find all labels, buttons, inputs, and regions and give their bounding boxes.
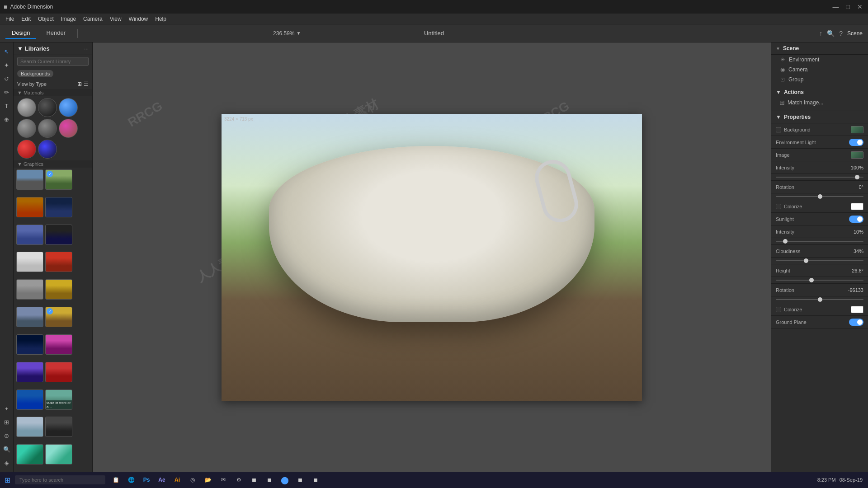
tool-paint[interactable]: ✏ (1, 87, 12, 98)
taskbar-icon-settings[interactable]: ⚙ (232, 473, 245, 487)
list-view-icon[interactable]: ☰ (84, 81, 89, 87)
background-swatch[interactable] (851, 126, 863, 133)
taskbar-icon-app1[interactable]: ◼ (247, 473, 261, 487)
tool-sample[interactable]: ⊕ (1, 114, 12, 125)
taskbar-icon-email[interactable]: ✉ (217, 473, 230, 487)
scene-item-environment[interactable]: ☀ Environment (771, 55, 868, 65)
canvas-inner[interactable]: 3224 × 713 px (222, 114, 642, 401)
properties-header[interactable]: ▼ Properties (771, 111, 868, 123)
material-item[interactable]: ✓ (17, 98, 36, 117)
materials-collapse-icon[interactable]: ▼ (17, 90, 22, 95)
taskbar-icon-ps[interactable]: Ps (140, 473, 153, 487)
taskbar-icon-file[interactable]: 📋 (109, 473, 123, 487)
material-item[interactable] (38, 140, 57, 159)
colorize-2-swatch[interactable] (851, 306, 863, 313)
tool-select[interactable]: ↖ (1, 46, 12, 57)
colorize-1-swatch[interactable] (851, 203, 863, 210)
graphic-item[interactable] (45, 417, 72, 437)
match-image-button[interactable]: ⊞ Match Image... (776, 97, 863, 108)
menu-image[interactable]: Image (57, 14, 80, 24)
taskbar-icon-ae[interactable]: Ae (155, 473, 169, 487)
rotation-1-thumb[interactable] (818, 194, 822, 199)
tab-render[interactable]: Render (40, 28, 72, 39)
height-thumb[interactable] (809, 278, 814, 282)
graphic-item[interactable] (16, 225, 43, 245)
tool-object[interactable]: ⊞ (1, 417, 12, 427)
scene-item-camera[interactable]: ◉ Camera (771, 65, 868, 75)
close-button[interactable]: ✕ (855, 3, 864, 10)
material-item[interactable] (17, 140, 36, 159)
graphic-item[interactable] (45, 334, 72, 355)
graphic-item[interactable] (16, 307, 43, 327)
tool-zoom[interactable]: ⊙ (1, 430, 12, 441)
material-item[interactable] (59, 119, 78, 138)
graphic-item[interactable] (16, 252, 43, 272)
environment-light-toggle[interactable] (849, 139, 863, 146)
windows-start-icon[interactable]: ⊞ (5, 476, 10, 484)
scene-section-header[interactable]: ▼ Scene (771, 42, 868, 55)
graphic-item[interactable] (16, 334, 43, 355)
graphic-item[interactable] (45, 225, 72, 245)
graphic-item[interactable] (45, 197, 72, 217)
tool-search-lib[interactable]: 🔍 (1, 444, 12, 455)
graphic-item[interactable] (16, 362, 43, 382)
window-controls[interactable]: — □ ✕ (831, 3, 864, 10)
libraries-title[interactable]: ▼ Libraries (17, 45, 50, 52)
material-item[interactable] (59, 98, 78, 117)
grid-view-icon[interactable]: ⊞ (77, 81, 82, 87)
material-item[interactable] (38, 98, 57, 117)
graphic-item[interactable]: table in front of a... (45, 389, 72, 410)
colorize-2-checkbox[interactable] (776, 307, 781, 312)
search-input[interactable] (17, 57, 89, 66)
material-item[interactable] (38, 119, 57, 138)
graphic-item[interactable] (45, 279, 72, 300)
actions-header[interactable]: ▼ Actions (776, 87, 863, 97)
tool-magic[interactable]: ✦ (1, 60, 12, 70)
graphic-item[interactable] (16, 389, 43, 410)
taskbar-icon-app3[interactable]: ⬤ (278, 473, 292, 487)
graphic-item[interactable] (16, 279, 43, 300)
taskbar-icon-browser[interactable]: 🌐 (124, 473, 138, 487)
maximize-button[interactable]: □ (844, 3, 852, 10)
scene-item-group[interactable]: ⊡ Group (771, 75, 868, 84)
ground-plane-toggle[interactable] (849, 319, 863, 326)
help-icon[interactable]: ? (839, 30, 843, 37)
tool-text[interactable]: T (1, 100, 12, 111)
graphic-item[interactable] (16, 417, 43, 437)
cloudiness-thumb[interactable] (804, 258, 808, 263)
taskbar-icon-folder[interactable]: 📂 (201, 473, 215, 487)
graphic-item[interactable] (45, 252, 72, 272)
graphic-item[interactable] (16, 444, 43, 465)
minimize-button[interactable]: — (831, 3, 841, 10)
graphic-item[interactable]: ✓ (45, 169, 72, 190)
rotation-2-thumb[interactable] (818, 297, 822, 302)
menu-help[interactable]: Help (151, 14, 170, 24)
share-icon[interactable]: ↑ (819, 30, 822, 37)
menu-camera[interactable]: Camera (80, 14, 106, 24)
graphic-item[interactable] (16, 197, 43, 217)
menu-view[interactable]: View (106, 14, 125, 24)
graphic-item[interactable] (45, 362, 72, 382)
graphic-item[interactable]: ✓ (45, 307, 72, 327)
taskbar-search-input[interactable] (15, 475, 105, 484)
menu-window[interactable]: Window (125, 14, 152, 24)
graphic-item[interactable] (16, 169, 43, 190)
graphics-collapse-icon[interactable]: ▼ (17, 161, 22, 167)
image-swatch[interactable] (851, 151, 863, 159)
taskbar-icon-ai[interactable]: Ai (170, 473, 184, 487)
sunlight-toggle[interactable] (849, 216, 863, 223)
taskbar-icon-chrome[interactable]: ◎ (186, 473, 199, 487)
intensity-1-thumb[interactable] (855, 175, 859, 179)
intensity-2-thumb[interactable] (783, 239, 788, 244)
category-tag[interactable]: Backgrounds (14, 68, 92, 79)
menu-object[interactable]: Object (34, 14, 57, 24)
tool-decal[interactable]: ◈ (1, 457, 12, 468)
tool-orbit[interactable]: ↺ (1, 73, 12, 84)
menu-edit[interactable]: Edit (18, 14, 34, 24)
graphic-item[interactable] (45, 444, 72, 465)
taskbar-icon-app2[interactable]: ◼ (263, 473, 276, 487)
colorize-1-checkbox[interactable] (776, 204, 781, 209)
tool-add[interactable]: + (1, 403, 12, 414)
taskbar-icon-app5[interactable]: ◼ (309, 473, 322, 487)
canvas-area[interactable]: RRCG 人人素材 RRCG 人人素材 RRCG 人人素材 RRCG 3224 … (93, 42, 771, 472)
